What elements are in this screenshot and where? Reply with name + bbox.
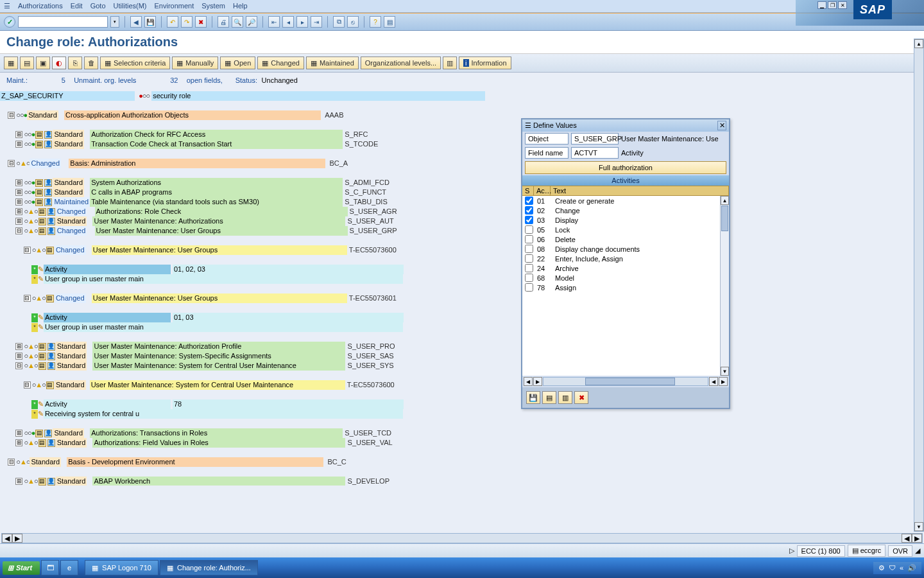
save-button[interactable]: 💾 — [526, 391, 540, 404]
transfer-button[interactable]: ▤ — [542, 391, 556, 404]
menu-system[interactable]: System — [201, 2, 225, 10]
activity-row[interactable]: 78Assign — [522, 283, 729, 292]
tree-node[interactable]: ⊞ ○▲○ ▤👤 Changed Authorizations: Role Ch… — [0, 207, 919, 216]
save-icon[interactable]: 💾 — [144, 16, 156, 28]
tree-node-srfc[interactable]: ⊞ ○○● ▤👤 Standard Authorization Check fo… — [0, 130, 919, 139]
status-resize-icon[interactable]: ◢ — [915, 547, 920, 555]
tree-node[interactable]: ⊞ ○▲○ ▤👤 Standard User Master Maintenanc… — [0, 216, 919, 226]
tree-node[interactable]: ⊞ ○▲○ ▤👤 Standard ABAP Workbench S_DEVEL… — [0, 477, 919, 486]
main-horiz-scrollbar[interactable]: ◀ ▶ ◀ ▶ — [1, 533, 923, 543]
information-button[interactable]: iInformation — [459, 57, 511, 69]
activity-checkbox[interactable] — [525, 264, 533, 272]
layout-icon[interactable]: ▤ — [384, 16, 395, 28]
tree-field-recvsys[interactable]: * ✎ Receiving system for central u — [0, 409, 919, 419]
activity-row[interactable]: 05Lock — [522, 225, 729, 234]
first-page-icon[interactable]: ⇤ — [268, 16, 280, 28]
scroll-right-icon[interactable]: ▶ — [12, 534, 22, 543]
tree-field-activity[interactable]: * ✎ Activity 01, 03 — [0, 313, 919, 322]
collapse-icon[interactable]: ⊟ — [8, 112, 15, 119]
new-session-icon[interactable]: ⧉ — [333, 16, 345, 28]
tree-node-bcc[interactable]: ⊟ ○▲○ Standard Basis - Development Envir… — [0, 457, 919, 467]
cancel-x-icon[interactable]: ✖ — [195, 16, 207, 28]
activity-row[interactable]: 68Model — [522, 273, 729, 283]
scroll-right-end-icon[interactable]: ▶ — [912, 534, 922, 543]
activity-row[interactable]: 08Display change documents — [522, 244, 729, 254]
tree-root[interactable]: Z_SAP_SECURITY ●○○ security role — [0, 91, 919, 101]
tray-icon[interactable]: 🛡 — [889, 564, 896, 572]
start-button[interactable]: ⊞Start — [3, 561, 40, 575]
system-tray[interactable]: ⚙🛡«🔊 — [873, 562, 921, 574]
pencil-icon[interactable]: ✎ — [38, 265, 44, 274]
tree-node-aaab[interactable]: ⊟ ○○● Standard Cross-application Authori… — [0, 110, 919, 120]
scroll-left-first-icon[interactable]: ◀ — [524, 377, 533, 386]
star-icon[interactable]: * — [31, 265, 38, 274]
tree-field-activity[interactable]: * ✎ Activity 78 — [0, 399, 919, 409]
scroll-left-end-icon[interactable]: ◀ — [902, 534, 912, 543]
collapse-icon[interactable]: ▤ — [20, 57, 34, 69]
menu-environment[interactable]: Environment — [155, 2, 194, 10]
tree-node[interactable]: ⊞ ○○● ▤👤 Maintained Table Maintenance (v… — [0, 197, 919, 207]
quick-launch-desktop[interactable]: 🗔 — [41, 560, 59, 575]
open-button[interactable]: ▦Open — [220, 57, 255, 69]
menu-edit[interactable]: Edit — [71, 2, 83, 10]
node-icon[interactable]: ▤ — [35, 131, 43, 139]
scroll-right-icon[interactable]: ◀ — [709, 377, 718, 386]
tree-node[interactable]: ⊟ ○▲○ ▤ Changed User Master Maintenance:… — [0, 245, 919, 255]
tree-node[interactable]: ⊞ ○▲○ ▤👤 Standard User Master Maintenanc… — [0, 342, 919, 351]
copy-button[interactable]: ▥ — [558, 391, 572, 404]
find-icon[interactable]: 🔍 — [232, 16, 243, 28]
prev-page-icon[interactable]: ◂ — [282, 16, 294, 28]
dialog-close-icon[interactable]: ✕ — [717, 121, 726, 130]
copy-icon[interactable]: ⎘ — [68, 57, 82, 69]
task-sap-logon[interactable]: ▦SAP Logon 710 — [85, 560, 158, 575]
activities-list[interactable]: 01Create or generate02Change03Display05L… — [522, 196, 729, 376]
activity-checkbox[interactable] — [525, 197, 533, 205]
activity-checkbox[interactable] — [525, 225, 533, 234]
scroll-up-icon[interactable]: ▲ — [721, 196, 729, 205]
minimize-icon[interactable]: ▁ — [817, 1, 826, 9]
activity-checkbox[interactable] — [525, 216, 533, 224]
maintained-button[interactable]: ▦Maintained — [306, 57, 359, 69]
tree-node-stcode[interactable]: ⊞ ○○● ▤👤 Standard Transaction Code Check… — [0, 139, 919, 149]
activity-row[interactable]: 03Display — [522, 215, 729, 225]
list-vertical-scrollbar[interactable]: ▲ ▼ — [720, 196, 729, 376]
scroll-thumb[interactable] — [721, 206, 728, 231]
menu-goto[interactable]: Goto — [90, 2, 106, 10]
scroll-down-icon[interactable]: ▼ — [721, 367, 729, 376]
changed-button[interactable]: ▦Changed — [257, 57, 304, 69]
nav-mode-icon[interactable]: ▷ — [789, 547, 794, 555]
tree-node[interactable]: ⊟ ○▲○ ▤ Changed User Master Maintenance:… — [0, 293, 919, 303]
activity-row[interactable]: 02Change — [522, 206, 729, 215]
next-page-icon[interactable]: ▸ — [296, 16, 308, 28]
activity-row[interactable]: 22Enter, Include, Assign — [522, 254, 729, 263]
back-icon[interactable]: ◀ — [130, 16, 142, 28]
maximize-icon[interactable]: ❐ — [828, 1, 837, 9]
activity-row[interactable]: 01Create or generate — [522, 196, 729, 206]
tree-node[interactable]: ⊞ ○▲○ ▤👤 Standard Authorizations: Field … — [0, 438, 919, 448]
activity-checkbox[interactable] — [525, 206, 533, 215]
full-authorization-button[interactable]: Full authorization — [525, 161, 726, 174]
tree-node-bca[interactable]: ⊟ ○▲○ Changed Basis: Administration BC_A — [0, 159, 919, 168]
help-icon[interactable]: ? — [370, 16, 381, 28]
print-icon[interactable]: 🖨 — [218, 16, 229, 28]
activity-row[interactable]: 24Archive — [522, 263, 729, 273]
task-change-role[interactable]: ▦Change role: Authoriz... — [160, 560, 258, 575]
activity-checkbox[interactable] — [525, 274, 533, 282]
exit-icon[interactable]: ↶ — [167, 16, 178, 28]
tree-node[interactable]: ⊞ ○○● ▤👤 Standard C calls in ABAP progra… — [0, 188, 919, 197]
tray-expand-icon[interactable]: « — [900, 564, 903, 572]
last-page-icon[interactable]: ⇥ — [311, 16, 322, 28]
star-icon[interactable]: * — [31, 275, 38, 284]
menu-utilities[interactable]: Utilities(M) — [114, 2, 147, 10]
tray-icon[interactable]: ⚙ — [878, 564, 885, 572]
activity-checkbox[interactable] — [525, 254, 533, 263]
legend-icon[interactable]: ◐ — [52, 57, 66, 69]
user-icon[interactable]: 👤 — [44, 131, 52, 139]
command-dropdown-icon[interactable]: ▾ — [110, 16, 119, 28]
tree-node[interactable]: ⊟ ○▲○ ▤ Standard User Master Maintenance… — [0, 380, 919, 390]
where-used-icon[interactable]: ▣ — [36, 57, 50, 69]
scroll-left-icon[interactable]: ◀ — [2, 534, 12, 543]
menu-help[interactable]: Help — [233, 2, 248, 10]
cancel-button[interactable]: ✖ — [574, 391, 588, 404]
scroll-down-icon[interactable]: ▼ — [914, 522, 923, 531]
